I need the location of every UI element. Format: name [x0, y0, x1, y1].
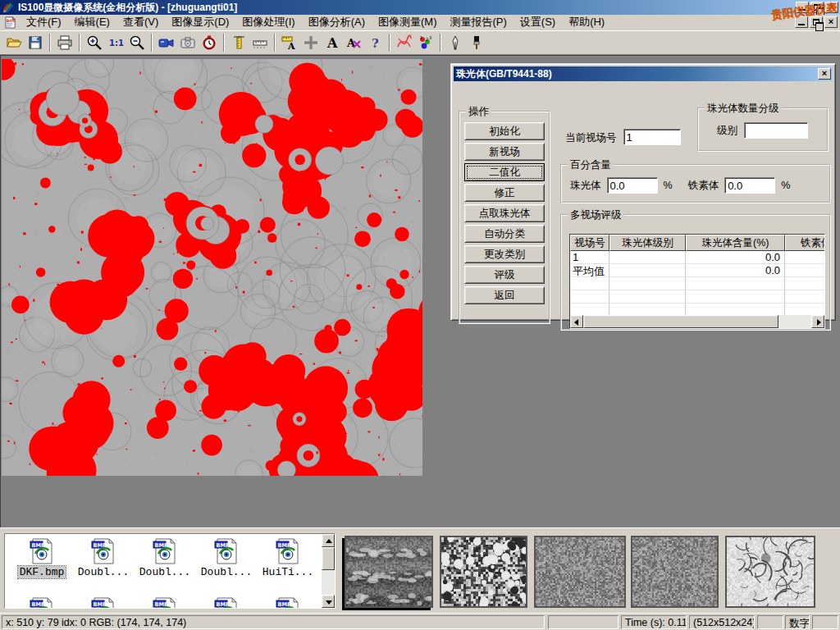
menu-item-2[interactable]: 编辑(E) [68, 13, 116, 31]
op-button-更改类别[interactable]: 更改类别 [464, 245, 545, 263]
scroll-right-arrow[interactable] [811, 315, 824, 328]
caliper-vertical-button[interactable] [228, 33, 249, 53]
menu-item-5[interactable]: 图像处理(I) [235, 13, 301, 31]
rating-table[interactable]: 视场号珠光体级别珠光体含量(%)铁素体含量(%) 10.0平均值0.0 [569, 234, 825, 329]
timer-button[interactable] [199, 33, 220, 53]
table-row-3[interactable] [570, 277, 824, 290]
op-button-修正[interactable]: 修正 [464, 184, 545, 202]
menu-item-1[interactable]: 文件(F) [20, 13, 68, 31]
menu-item-4[interactable]: 图像显示(D) [165, 13, 235, 31]
help-icon: ? [367, 34, 383, 51]
table-cell: 1 [570, 251, 609, 264]
capture-camera-icon [180, 34, 196, 51]
svg-text:A: A [326, 35, 338, 51]
grade-input[interactable] [744, 122, 808, 139]
table-header-4[interactable]: 铁素体含量(%) [785, 235, 825, 251]
ruler-horizontal-button[interactable] [249, 33, 271, 53]
file-scroll-down-arrow[interactable] [322, 595, 335, 608]
zoom-out-button[interactable] [126, 33, 148, 53]
red-curve-button[interactable] [394, 33, 415, 53]
save-button[interactable] [25, 33, 46, 53]
op-button-新视场[interactable]: 新视场 [464, 143, 545, 161]
thumbnail-1-banded-dark[interactable] [345, 536, 433, 608]
file-list-scrollbar[interactable] [322, 534, 335, 608]
table-row-2[interactable]: 平均值0.0 [570, 264, 824, 277]
scroll-left-arrow[interactable] [570, 315, 583, 328]
status-empty-1 [548, 615, 619, 629]
menu-item-3[interactable]: 查看(V) [116, 13, 165, 31]
file-item-row2-2[interactable]: BMP [74, 596, 133, 609]
dialog-title-bar[interactable]: 珠光体(GB/T9441-88) × [454, 66, 833, 81]
table-horizontal-scrollbar[interactable] [570, 315, 824, 328]
capture-camera-button[interactable] [177, 33, 199, 53]
file-name: HuiTi... [261, 566, 315, 578]
text-delete-icon: A [345, 34, 362, 51]
text-delete-button[interactable]: A [343, 33, 364, 53]
scroll-thumb[interactable] [583, 315, 778, 328]
brush-button[interactable] [466, 33, 487, 53]
thumbnail-2-coarse-blobs[interactable] [440, 536, 527, 608]
file-item-Doubl...[interactable]: BMPDoubl... [135, 537, 194, 578]
percent-unit-2: % [781, 180, 790, 191]
thumbnail-3-fine-speckle[interactable] [534, 536, 626, 608]
thumbnail-4-fine-speckle[interactable] [631, 536, 719, 608]
file-item-DKF.bmp[interactable]: BMPDKF.bmp [12, 537, 71, 578]
op-button-二值化[interactable]: 二值化 [464, 163, 545, 181]
thumbnail-5-light-flakes[interactable] [725, 536, 815, 608]
brush-icon [468, 34, 485, 51]
table-cell [785, 290, 825, 304]
file-item-row2-1[interactable]: BMP [12, 596, 71, 609]
file-scroll-up-arrow[interactable] [322, 534, 335, 547]
menu-item-10[interactable]: 帮助(H) [562, 13, 611, 31]
child-restore-button[interactable] [810, 16, 823, 28]
table-header-2[interactable]: 珠光体级别 [609, 235, 686, 251]
zoom-in-button[interactable] [84, 33, 105, 53]
table-row-4[interactable] [570, 290, 824, 304]
file-item-Doubl...[interactable]: BMPDoubl... [74, 537, 133, 578]
dialog-close-button[interactable]: × [818, 68, 831, 80]
file-item-row2-3[interactable]: BMP [135, 596, 194, 609]
measure-text-button[interactable]: A [279, 33, 300, 53]
table-header-1[interactable]: 视场号 [570, 235, 609, 251]
op-button-初始化[interactable]: 初始化 [464, 122, 545, 140]
child-minimize-button[interactable] [795, 16, 808, 28]
op-button-评级[interactable]: 评级 [464, 266, 545, 284]
minimize-button[interactable] [796, 2, 809, 13]
help-button[interactable]: ? [364, 33, 386, 53]
table-row-1[interactable]: 10.0 [570, 251, 824, 264]
file-item-row2-5[interactable]: BMP [258, 596, 317, 609]
file-list[interactable]: BMPDKF.bmpBMPDoubl...BMPDoubl...BMPDoubl… [4, 533, 336, 609]
actual-size-button[interactable]: 1:1 [105, 33, 126, 53]
micrograph-image[interactable] [2, 59, 422, 476]
file-item-row2-4[interactable]: BMP [197, 596, 256, 609]
menu-item-7[interactable]: 图像测量(M) [372, 13, 444, 31]
close-button[interactable]: × [825, 2, 838, 13]
percent-group: 百分含量 珠光体%铁素体% [560, 164, 831, 203]
open-folder-button[interactable] [3, 33, 25, 53]
file-item-HuiTi...[interactable]: BMPHuiTi... [258, 537, 317, 578]
op-button-返回[interactable]: 返回 [464, 286, 545, 304]
file-scroll-thumb[interactable] [322, 547, 335, 570]
menu-item-6[interactable]: 图像分析(A) [302, 13, 372, 31]
pen-button[interactable] [445, 33, 466, 53]
table-header-3[interactable]: 珠光体含量(%) [686, 235, 785, 251]
menu-item-8[interactable]: 测量报告(P) [443, 13, 513, 31]
restore-button[interactable] [810, 2, 824, 13]
child-close-button[interactable]: × [824, 16, 838, 28]
print-button[interactable] [54, 33, 75, 53]
bmp-file-icon: BMP [212, 596, 240, 609]
class-points-button[interactable]: 123 [415, 33, 436, 53]
menu-item-9[interactable]: 设置(S) [514, 13, 562, 31]
current-field-input[interactable] [623, 129, 681, 145]
toolbar-separator [79, 34, 80, 52]
file-item-Doubl...[interactable]: BMPDoubl... [197, 537, 256, 578]
percent-input-2[interactable] [724, 177, 775, 194]
percent-input-1[interactable] [607, 177, 658, 194]
op-button-点取珠光体[interactable]: 点取珠光体 [464, 204, 545, 222]
move-cross-button[interactable] [300, 33, 322, 53]
video-camera-button[interactable] [156, 33, 177, 53]
status-position: x: 510 y: 79 idx: 0 RGB: (174, 174, 174) [2, 615, 545, 629]
text-a-button[interactable]: A [322, 33, 343, 53]
op-button-自动分类[interactable]: 自动分类 [464, 225, 545, 243]
child-window-icon[interactable]: DOC [4, 16, 16, 29]
